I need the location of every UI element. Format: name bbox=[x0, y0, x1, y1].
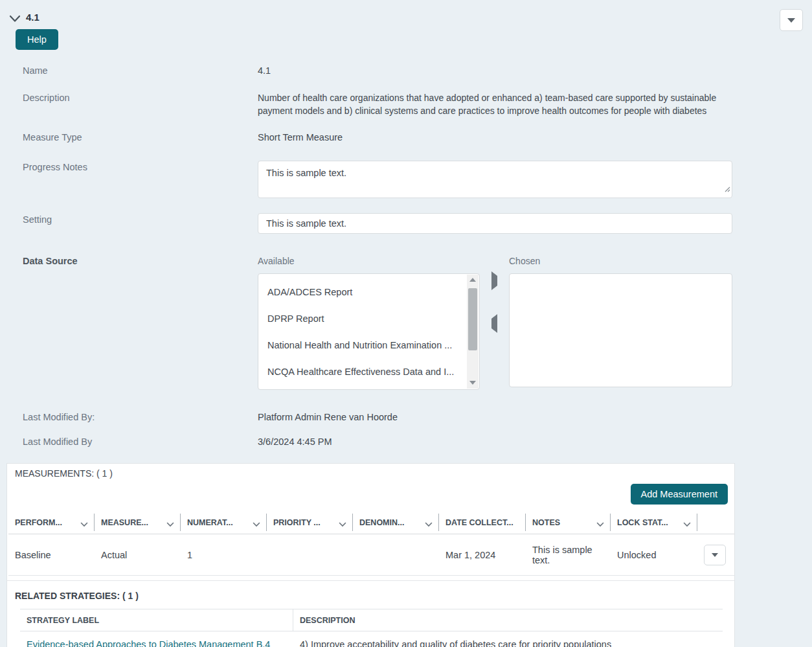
available-option[interactable]: National Health and Nutrition Examinatio… bbox=[267, 335, 470, 361]
chevron-down-icon[interactable] bbox=[596, 520, 604, 525]
available-option[interactable]: ADA/ADCES Report bbox=[267, 282, 470, 308]
cell-strategy-description: 4) Improve acceptability and quality of … bbox=[293, 631, 723, 647]
data-source-duallist: Available ADA/ADCES Report DPRP Report N… bbox=[258, 255, 732, 390]
scroll-up-icon[interactable] bbox=[467, 275, 479, 286]
available-label: Available bbox=[258, 255, 480, 267]
col-notes[interactable]: NOTES bbox=[526, 511, 611, 534]
col-denominator[interactable]: DENOMIN... bbox=[353, 511, 439, 534]
related-strategies-title: RELATED STRATEGIES: ( 1 ) bbox=[7, 581, 734, 609]
description-label: Description bbox=[23, 91, 258, 103]
chevron-down-icon[interactable] bbox=[683, 520, 691, 525]
last-modified-by-row: Last Modified By: Platform Admin Rene va… bbox=[23, 411, 732, 424]
measure-detail-page: 4.1 Help Name 4.1 Description Number of … bbox=[0, 0, 812, 647]
measurements-table: PERFORM... MEASURE... NUMERAT... PRIORIT… bbox=[8, 511, 734, 576]
listbox-scrollbar[interactable] bbox=[467, 275, 479, 389]
cell-performance: Baseline bbox=[8, 534, 95, 576]
chosen-listbox[interactable] bbox=[509, 273, 732, 387]
last-modified-date-value: 3/6/2024 4:45 PM bbox=[258, 435, 732, 449]
setting-input[interactable] bbox=[258, 213, 732, 234]
data-source-row: Data Source Available ADA/ADCES Report D… bbox=[23, 255, 732, 390]
measure-type-row: Measure Type Short Term Measure bbox=[23, 131, 732, 144]
arrow-left-icon bbox=[491, 314, 497, 333]
strategies-header-row: STRATEGY LABEL DESCRIPTION bbox=[20, 609, 723, 631]
col-performance[interactable]: PERFORM... bbox=[8, 511, 95, 534]
progress-notes-label: Progress Notes bbox=[23, 161, 258, 172]
move-right-button[interactable] bbox=[489, 273, 500, 288]
measure-form: Name 4.1 Description Number of health ca… bbox=[23, 64, 732, 449]
cell-numerator: 1 bbox=[181, 534, 267, 576]
chevron-down-icon[interactable] bbox=[80, 520, 88, 525]
setting-row: Setting bbox=[23, 213, 732, 234]
last-modified-by-label: Last Modified By: bbox=[23, 411, 258, 422]
progress-notes-row: Progress Notes This is sample text. bbox=[23, 161, 732, 198]
related-strategies-table: STRATEGY LABEL DESCRIPTION Evidence-base… bbox=[20, 609, 723, 647]
add-measurement-button[interactable]: Add Measurement bbox=[631, 484, 728, 505]
chevron-down-icon[interactable] bbox=[339, 520, 346, 525]
data-source-label: Data Source bbox=[23, 255, 258, 266]
measurements-title: MEASUREMENTS: ( 1 ) bbox=[7, 464, 734, 479]
measure-type-label: Measure Type bbox=[23, 131, 258, 142]
help-button[interactable]: Help bbox=[16, 29, 58, 50]
move-left-button[interactable] bbox=[489, 316, 500, 331]
row-dropdown-button[interactable] bbox=[704, 545, 726, 565]
col-numerator[interactable]: NUMERAT... bbox=[181, 511, 267, 534]
progress-notes-textarea[interactable]: This is sample text. bbox=[258, 161, 732, 198]
measure-type-value: Short Term Measure bbox=[258, 131, 732, 144]
scrollbar-thumb[interactable] bbox=[468, 288, 477, 350]
resize-grip-icon[interactable] bbox=[724, 183, 730, 196]
col-measure[interactable]: MEASURE... bbox=[95, 511, 181, 534]
cell-lock-status: Unlocked bbox=[611, 534, 697, 576]
col-actions bbox=[697, 511, 734, 534]
cell-denominator bbox=[353, 534, 439, 576]
description-row: Description Number of health care organi… bbox=[23, 91, 732, 118]
last-modified-by-value: Platform Admin Rene van Hoorde bbox=[258, 411, 732, 424]
related-strategies-section: RELATED STRATEGIES: ( 1 ) STRATEGY LABEL… bbox=[7, 580, 734, 647]
cell-date-collected: Mar 1, 2024 bbox=[439, 534, 526, 576]
name-row: Name 4.1 bbox=[23, 64, 732, 78]
last-modified-date-row: Last Modified By 3/6/2024 4:45 PM bbox=[23, 435, 732, 449]
description-value: Number of health care organizations that… bbox=[258, 91, 732, 118]
arrow-right-icon bbox=[491, 271, 497, 290]
chevron-down-icon[interactable] bbox=[425, 520, 433, 525]
caret-down-icon bbox=[712, 553, 718, 557]
caret-down-icon bbox=[787, 18, 795, 23]
col-lock-status[interactable]: LOCK STAT... bbox=[611, 511, 697, 534]
section-header: 4.1 bbox=[0, 0, 812, 23]
chevron-down-icon[interactable] bbox=[166, 520, 174, 525]
scroll-down-icon[interactable] bbox=[467, 378, 479, 389]
collapse-chevron-icon[interactable] bbox=[9, 14, 21, 21]
strategy-link[interactable]: Evidence-based Approaches to Diabetes Ma… bbox=[27, 639, 270, 647]
col-priority[interactable]: PRIORITY ... bbox=[267, 511, 353, 534]
name-value: 4.1 bbox=[258, 64, 732, 78]
cell-priority bbox=[267, 534, 353, 576]
col-description: DESCRIPTION bbox=[293, 609, 723, 631]
col-strategy-label: STRATEGY LABEL bbox=[20, 609, 293, 631]
measurement-row: Baseline Actual 1 Mar 1, 2024 This is sa… bbox=[8, 534, 734, 576]
available-option[interactable]: NCQA Healthcare Effectiveness Data and I… bbox=[267, 361, 470, 388]
header-dropdown-button[interactable] bbox=[780, 9, 803, 31]
page-title: 4.1 bbox=[26, 12, 39, 23]
measurements-header-row: PERFORM... MEASURE... NUMERAT... PRIORIT… bbox=[8, 511, 734, 534]
cell-strategy-label: Evidence-based Approaches to Diabetes Ma… bbox=[20, 631, 293, 647]
setting-label: Setting bbox=[23, 213, 258, 225]
available-option[interactable]: DPRP Report bbox=[267, 308, 470, 335]
chosen-label: Chosen bbox=[509, 255, 732, 267]
col-date-collected[interactable]: DATE COLLECT... bbox=[439, 511, 526, 534]
available-listbox[interactable]: ADA/ADCES Report DPRP Report National He… bbox=[258, 273, 480, 390]
cell-measure: Actual bbox=[95, 534, 181, 576]
cell-notes: This is sample text. bbox=[526, 534, 611, 576]
measurements-panel: MEASUREMENTS: ( 1 ) Add Measurement PERF… bbox=[6, 463, 735, 647]
cell-actions bbox=[697, 534, 734, 576]
name-label: Name bbox=[23, 64, 258, 76]
chevron-down-icon[interactable] bbox=[253, 520, 260, 525]
strategy-row: Evidence-based Approaches to Diabetes Ma… bbox=[20, 631, 723, 647]
last-modified-date-label: Last Modified By bbox=[23, 435, 258, 447]
